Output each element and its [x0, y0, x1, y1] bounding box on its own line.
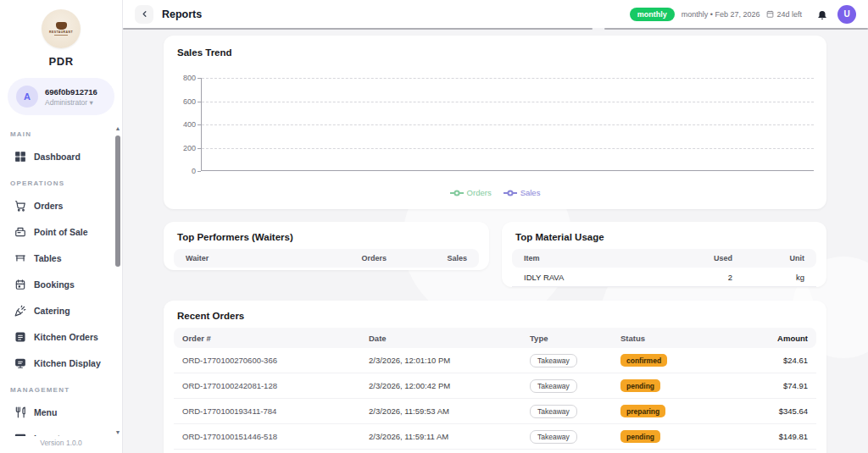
order-date: 2/3/2026, 11:59:11 AM — [360, 432, 521, 441]
sidebar-item-label: Catering — [34, 306, 70, 316]
column-header: Item — [512, 254, 651, 262]
column-header: Used — [651, 254, 744, 262]
order-row: ORD-1770100242081-1282/3/2026, 12:00:42 … — [174, 373, 816, 399]
horizontal-scrollbar[interactable] — [123, 28, 868, 30]
menu-icon — [14, 406, 26, 418]
legend-item-sales: Sales — [504, 188, 541, 197]
dashboard-icon — [14, 150, 26, 163]
order-row: ORD-1770100151446-5182/3/2026, 11:59:11 … — [174, 424, 816, 450]
y-axis-tick-label: 400 — [164, 120, 196, 129]
order-amount: $345.64 — [748, 406, 816, 416]
column-header: Amount — [748, 334, 816, 343]
main-content: Sales Trend 0200400600800 OrdersSales To… — [123, 28, 868, 453]
tables-icon — [14, 251, 26, 264]
kitchen-orders-icon — [14, 330, 26, 343]
recent-orders-header: Order #DateTypeStatusAmount — [174, 328, 816, 348]
order-type: Takeaway — [521, 379, 612, 393]
calendar-icon — [766, 10, 774, 18]
legend-line-icon — [504, 189, 517, 197]
status-badge: confirmed — [620, 354, 667, 367]
orders-icon — [14, 199, 26, 212]
period-badge: monthly — [630, 8, 675, 21]
order-row: ORD-1770100193411-7842/3/2026, 11:59:53 … — [174, 399, 816, 424]
sidebar-item-label: Orders — [34, 201, 63, 211]
sidebar-item-label: Dashboard — [34, 152, 81, 162]
account-avatar[interactable]: U — [837, 5, 856, 24]
y-axis-tick-label: 600 — [164, 97, 196, 106]
sidebar-item-catering[interactable]: Catering — [0, 297, 122, 323]
nav-section: OPERATIONSOrdersPoint of SaleTablesBooki… — [0, 176, 122, 376]
status-badge: pending — [620, 379, 660, 392]
cell: 2 — [651, 273, 744, 282]
cell: IDLY RAVA — [512, 273, 651, 282]
sidebar-item-bookings[interactable]: Bookings — [0, 271, 122, 297]
cell: kg — [744, 273, 816, 282]
legend-item-orders: Orders — [450, 188, 492, 197]
sidebar-item-menu[interactable]: Menu — [0, 399, 122, 425]
sidebar-item-label: Menu — [34, 407, 57, 417]
order-number: ORD-1770100270600-366 — [174, 356, 360, 365]
chart-legend: OrdersSales — [164, 188, 826, 197]
scroll-down-icon[interactable]: ▼ — [114, 429, 121, 436]
user-role: Administrator ▾ — [45, 98, 97, 107]
top-performers-header: WaiterOrdersSales — [174, 249, 479, 268]
sidebar-scrollbar[interactable]: ▲ ▼ — [114, 125, 121, 436]
column-header: Date — [360, 334, 521, 343]
app-version: Version 1.0.0 — [0, 436, 122, 450]
user-menu[interactable]: A 696f0b912716 Administrator ▾ — [8, 78, 114, 115]
sidebar-item-label: Bookings — [34, 279, 75, 290]
scroll-up-icon[interactable]: ▲ — [114, 125, 121, 132]
order-amount: $149.81 — [748, 432, 816, 441]
column-header: Sales — [398, 254, 479, 262]
order-number: ORD-1770100242081-128 — [174, 381, 360, 390]
chevron-left-icon — [140, 9, 149, 19]
top-performers-title: Top Performers (Waiters) — [177, 232, 476, 242]
sidebar-item-label: Point of Sale — [34, 227, 88, 237]
status-badge: preparing — [620, 405, 665, 417]
sidebar-item-kitchen-display[interactable]: Kitchen Display — [0, 350, 122, 376]
column-header: Order # — [174, 334, 360, 343]
sidebar-item-label: Kitchen Display — [34, 358, 101, 368]
sidebar-item-point-of-sale[interactable]: Point of Sale — [0, 218, 122, 245]
sidebar-item-tables[interactable]: Tables — [0, 245, 122, 271]
y-axis-tick-mark — [198, 102, 201, 102]
sidebar-item-orders[interactable]: Orders — [0, 192, 122, 218]
order-type: Takeaway — [521, 354, 612, 367]
type-pill: Takeaway — [530, 379, 577, 393]
y-axis-tick-label: 800 — [164, 74, 196, 82]
sidebar-item-dashboard[interactable]: Dashboard — [0, 143, 122, 169]
y-axis-tick-label: 200 — [164, 144, 196, 152]
type-pill: Takeaway — [530, 430, 577, 444]
recent-orders-body: ORD-1770100270600-3662/3/2026, 12:01:10 … — [164, 348, 826, 450]
page-title: Reports — [162, 8, 202, 20]
scrollbar-thumb[interactable] — [115, 135, 120, 267]
sales-trend-title: Sales Trend — [177, 47, 232, 58]
order-number: ORD-1770100193411-784 — [174, 406, 360, 416]
order-amount: $24.61 — [748, 356, 816, 365]
sidebar-item-kitchen-orders[interactable]: Kitchen Orders — [0, 323, 122, 350]
days-left: 24d left — [766, 10, 802, 19]
sidebar-item-label: Tables — [34, 253, 61, 263]
y-axis-tick-label: 0 — [164, 167, 196, 175]
back-button[interactable] — [135, 5, 153, 24]
notifications-button[interactable] — [814, 6, 831, 23]
kitchen-display-icon — [14, 356, 26, 369]
type-pill: Takeaway — [530, 405, 577, 418]
sales-trend-card: Sales Trend 0200400600800 OrdersSales — [164, 36, 826, 209]
user-avatar: A — [16, 86, 38, 108]
top-performers-card: Top Performers (Waiters) WaiterOrdersSal… — [164, 222, 489, 270]
order-type: Takeaway — [521, 430, 612, 444]
material-usage-title: Top Material Usage — [515, 232, 813, 242]
order-date: 2/3/2026, 12:00:42 PM — [360, 381, 521, 390]
restaurant-logo: RESTAURANT — [42, 9, 81, 48]
y-axis-tick-mark — [198, 78, 201, 79]
type-pill: Takeaway — [530, 354, 577, 367]
order-type: Takeaway — [521, 405, 612, 418]
material-usage-body: IDLY RAVA2kg — [502, 268, 826, 287]
column-header: Type — [521, 334, 612, 343]
y-axis-tick-mark — [198, 171, 201, 172]
column-header: Status — [612, 334, 748, 343]
sales-trend-chart — [201, 78, 814, 171]
status-badge: pending — [620, 430, 660, 443]
order-status: pending — [612, 379, 748, 392]
